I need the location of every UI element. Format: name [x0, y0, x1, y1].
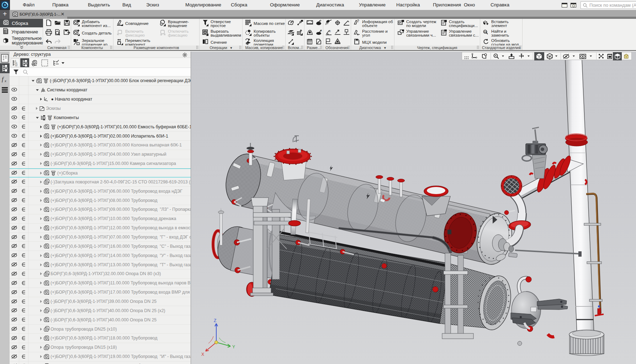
svg-text:R: R	[320, 30, 322, 32]
svg-text:Y: Y	[232, 344, 235, 349]
svg-text:Е: Е	[329, 30, 331, 33]
svg-text:АБ: АБ	[484, 31, 488, 33]
svg-text:?: ?	[357, 19, 359, 23]
svg-text:f: f	[2, 76, 4, 82]
svg-text:X: X	[201, 352, 204, 357]
svg-text:x: x	[4, 79, 6, 83]
svg-text:Z: Z	[214, 318, 216, 323]
svg-text:12: 12	[15, 64, 18, 66]
